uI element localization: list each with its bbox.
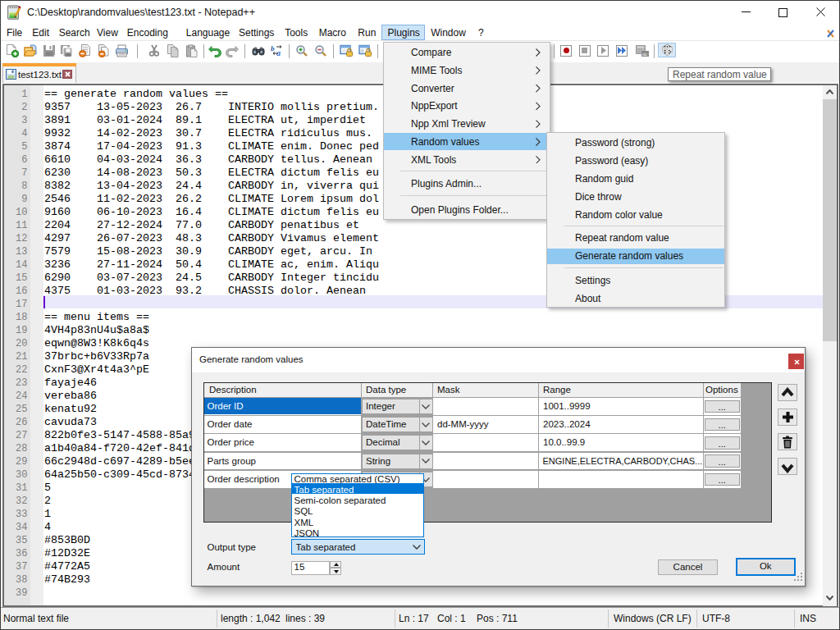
svg-text:b: b (271, 44, 275, 52)
svg-text:uc: uc (642, 52, 647, 57)
